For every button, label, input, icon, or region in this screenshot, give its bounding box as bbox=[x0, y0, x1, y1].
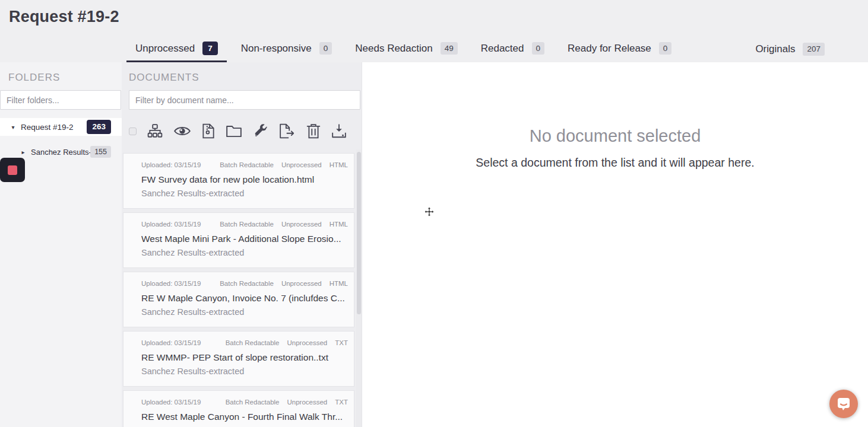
uploaded-date: Uploaded: 03/15/19 bbox=[141, 161, 212, 168]
document-filter-input[interactable] bbox=[129, 90, 360, 110]
document-title: RE W Maple Canyon, Invoice No. 7 (incluf… bbox=[141, 293, 348, 304]
document-folder: Sanchez Results-extracted bbox=[141, 367, 348, 376]
top-header: Request #19-2 Unprocessed 7 Non-responsi… bbox=[0, 0, 868, 62]
uploaded-date: Uploaded: 03/15/19 bbox=[141, 399, 218, 406]
download-icon[interactable] bbox=[331, 123, 347, 139]
chat-launcher-button[interactable] bbox=[829, 390, 858, 418]
folders-heading: FOLDERS bbox=[0, 62, 122, 84]
move-cursor-icon bbox=[424, 206, 435, 219]
tab-count-badge: 207 bbox=[803, 43, 825, 56]
tab-label: Ready for Release bbox=[568, 43, 651, 55]
tag-format: TXT bbox=[335, 339, 348, 346]
tag-status: Unprocessed bbox=[287, 399, 328, 406]
folder-count-badge: 155 bbox=[90, 146, 111, 158]
document-list-item[interactable]: Uploaded: 03/15/19 Batch Redactable Unpr… bbox=[123, 331, 354, 387]
sitemap-icon[interactable] bbox=[147, 123, 163, 139]
tab-non-responsive[interactable]: Non-responsive 0 bbox=[232, 36, 341, 62]
document-title: FW Survey data for new pole location.htm… bbox=[141, 174, 348, 185]
tab-label: Needs Redaction bbox=[355, 43, 432, 55]
tab-count-badge: 0 bbox=[532, 42, 545, 55]
recording-indicator[interactable] bbox=[0, 158, 25, 182]
file-archive-icon[interactable] bbox=[202, 123, 215, 139]
select-all-checkbox[interactable] bbox=[129, 128, 137, 135]
document-title: West Maple Mini Park - Additional Slope … bbox=[141, 234, 348, 244]
tab-redacted[interactable]: Redacted 0 bbox=[472, 36, 553, 62]
tag-batch-redactable: Batch Redactable bbox=[220, 280, 274, 287]
status-tabs: Unprocessed 7 Non-responsive 0 Needs Red… bbox=[126, 36, 868, 62]
tag-batch-redactable: Batch Redactable bbox=[220, 161, 274, 168]
empty-state-title: No document selected bbox=[362, 126, 868, 146]
tag-status: Unprocessed bbox=[281, 280, 322, 287]
tab-label: Non-responsive bbox=[241, 43, 312, 55]
tag-format: TXT bbox=[335, 399, 348, 406]
tab-count-badge: 49 bbox=[441, 42, 458, 55]
tag-format: HTML bbox=[330, 221, 348, 228]
file-export-icon[interactable] bbox=[279, 123, 296, 139]
document-meta: Uploaded: 03/15/19 Batch Redactable Unpr… bbox=[141, 280, 348, 287]
tag-status: Unprocessed bbox=[281, 161, 322, 168]
document-list: Uploaded: 03/15/19 Batch Redactable Unpr… bbox=[123, 153, 354, 427]
tab-count-badge: 7 bbox=[202, 42, 218, 56]
document-meta: Uploaded: 03/15/19 Batch Redactable Unpr… bbox=[141, 161, 348, 168]
document-title: RE West Maple Canyon - Fourth Final Walk… bbox=[141, 412, 348, 422]
tag-status: Unprocessed bbox=[281, 221, 322, 228]
document-list-item[interactable]: Uploaded: 03/15/19 Batch Redactable Unpr… bbox=[123, 272, 354, 327]
folder-count-badge: 263 bbox=[87, 120, 111, 134]
document-list-item[interactable]: Uploaded: 03/15/19 Batch Redactable Unpr… bbox=[123, 212, 354, 268]
tab-label: Redacted bbox=[481, 43, 524, 55]
uploaded-date: Uploaded: 03/15/19 bbox=[141, 280, 212, 287]
tag-batch-redactable: Batch Redactable bbox=[226, 399, 280, 406]
folder-row-request[interactable]: ▾ Request #19-2 263 bbox=[0, 118, 122, 136]
preview-panel: No document selected Select a document f… bbox=[362, 62, 868, 427]
folder-icon[interactable] bbox=[226, 124, 242, 138]
page-title: Request #19-2 bbox=[9, 8, 119, 26]
tag-format: HTML bbox=[330, 161, 348, 168]
documents-panel: DOCUMENTS bbox=[122, 62, 362, 427]
document-meta: Uploaded: 03/15/19 Batch Redactable Unpr… bbox=[141, 221, 348, 228]
folder-label: Sanchez Results-ext... bbox=[31, 148, 90, 157]
folder-filter-input[interactable] bbox=[0, 90, 121, 110]
tab-ready-for-release[interactable]: Ready for Release 0 bbox=[559, 36, 680, 62]
document-title: RE WMMP- PEP Start of slope restoration.… bbox=[141, 352, 348, 363]
tab-label: Originals bbox=[755, 43, 795, 55]
caret-down-icon[interactable]: ▾ bbox=[9, 124, 17, 130]
uploaded-date: Uploaded: 03/15/19 bbox=[141, 221, 212, 228]
tag-batch-redactable: Batch Redactable bbox=[220, 221, 274, 228]
document-folder: Sanchez Results-extracted bbox=[141, 248, 348, 257]
folders-panel: FOLDERS ▾ Request #19-2 263 ▸ Sanchez Re… bbox=[0, 62, 122, 427]
document-folder: Sanchez Results-extracted bbox=[141, 307, 348, 317]
caret-right-icon[interactable]: ▸ bbox=[20, 149, 27, 155]
tag-format: HTML bbox=[330, 280, 348, 287]
trash-icon[interactable] bbox=[306, 123, 321, 139]
tab-unprocessed[interactable]: Unprocessed 7 bbox=[126, 36, 227, 62]
document-meta: Uploaded: 03/15/19 Batch Redactable Unpr… bbox=[141, 399, 348, 406]
eye-icon[interactable] bbox=[173, 124, 191, 138]
document-folder: Sanchez Results-extracted bbox=[141, 189, 348, 198]
app-root: Request #19-2 Unprocessed 7 Non-responsi… bbox=[0, 0, 868, 427]
uploaded-date: Uploaded: 03/15/19 bbox=[141, 339, 218, 346]
documents-toolbar bbox=[129, 119, 354, 144]
document-list-item[interactable]: Uploaded: 03/15/19 Batch Redactable Unpr… bbox=[123, 390, 354, 427]
tab-originals[interactable]: Originals 207 bbox=[746, 36, 834, 62]
tag-status: Unprocessed bbox=[287, 339, 328, 346]
tab-count-badge: 0 bbox=[319, 42, 332, 55]
document-meta: Uploaded: 03/15/19 Batch Redactable Unpr… bbox=[141, 339, 348, 346]
tag-batch-redactable: Batch Redactable bbox=[226, 339, 280, 346]
record-stop-icon bbox=[8, 165, 17, 175]
tab-needs-redaction[interactable]: Needs Redaction 49 bbox=[346, 36, 466, 62]
documents-heading: DOCUMENTS bbox=[122, 62, 362, 84]
tab-label: Unprocessed bbox=[135, 43, 195, 55]
document-list-item[interactable]: Uploaded: 03/15/19 Batch Redactable Unpr… bbox=[123, 153, 354, 209]
tab-count-badge: 0 bbox=[659, 42, 672, 55]
wrench-icon[interactable] bbox=[253, 123, 268, 139]
chat-bubble-icon bbox=[836, 396, 851, 412]
folder-label: Request #19-2 bbox=[21, 123, 87, 132]
empty-state-subtitle: Select a document from the list and it w… bbox=[362, 156, 868, 170]
scrollbar-thumb[interactable] bbox=[357, 152, 361, 314]
